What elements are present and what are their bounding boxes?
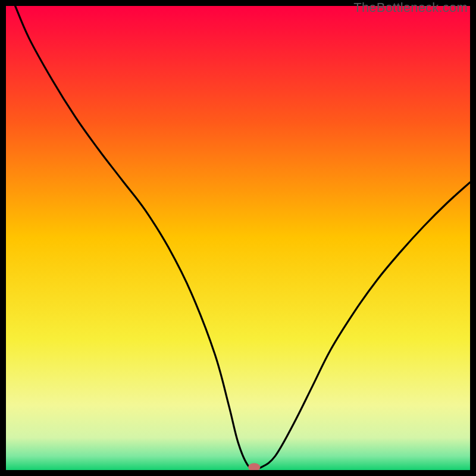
chart-frame: TheBottleneck.com [0,0,476,476]
gradient-background [6,6,470,470]
bottleneck-chart [6,6,470,470]
watermark-text: TheBottleneck.com [353,0,468,15]
